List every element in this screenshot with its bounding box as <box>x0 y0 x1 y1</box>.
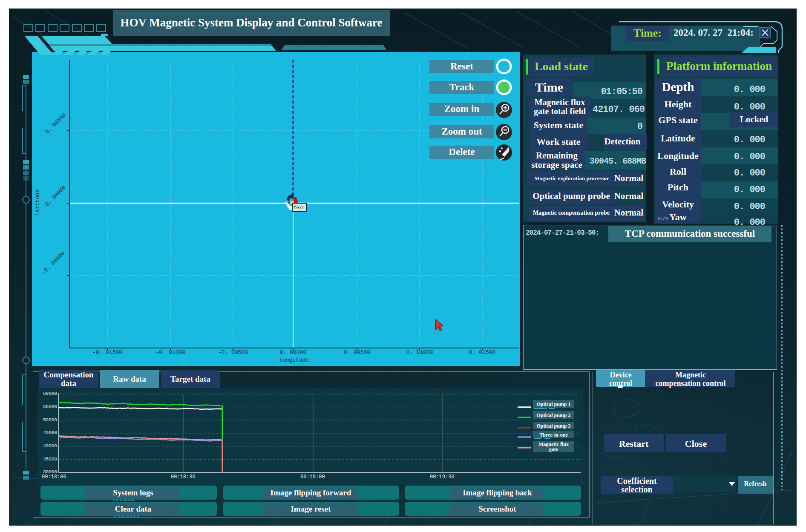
svg-text:Text: Text <box>294 205 305 210</box>
